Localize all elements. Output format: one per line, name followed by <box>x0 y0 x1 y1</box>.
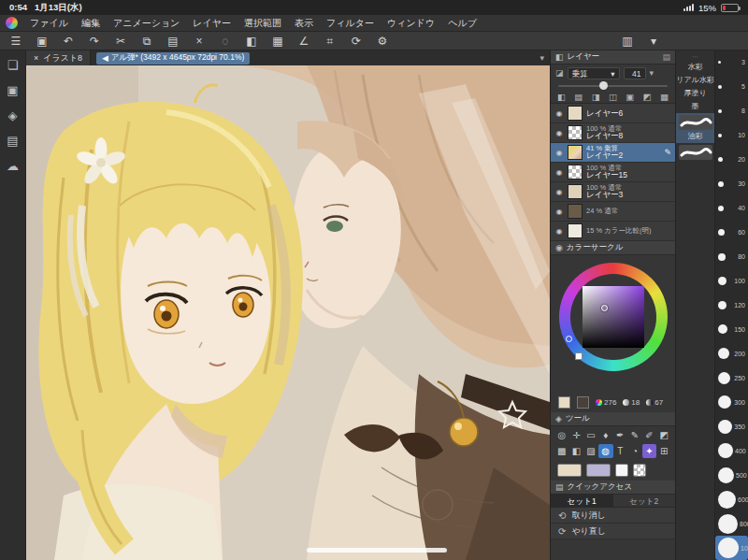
layer-row[interactable]: ◉レイヤー6 <box>551 104 675 123</box>
palette-toggle-icon[interactable]: ▥ <box>619 33 636 50</box>
quick-access-tab[interactable]: セット2 <box>613 495 676 507</box>
delete-layer-icon[interactable]: ▦ <box>660 92 669 102</box>
brush-size-item[interactable]: 3 <box>715 50 748 75</box>
settings-icon[interactable]: ⚙ <box>374 33 391 50</box>
sv-marker[interactable] <box>601 305 608 311</box>
brush-size-item[interactable]: 250 <box>715 366 748 390</box>
deselect-icon[interactable]: ◌ <box>217 33 234 50</box>
brush-size-item[interactable]: 40 <box>715 196 748 221</box>
transparent-swatch[interactable] <box>633 464 646 477</box>
opacity-slider[interactable] <box>558 81 668 90</box>
cloud-icon[interactable]: ☁ <box>7 159 19 173</box>
layer-row[interactable]: ◉100 % 通常レイヤー8 <box>551 123 675 143</box>
layer-row[interactable]: ◉41 % 乗算レイヤー2✎ <box>551 143 675 163</box>
brush-size-item[interactable]: 20 <box>715 148 748 172</box>
cut-icon[interactable]: ✂ <box>112 33 129 50</box>
color-wheel[interactable] <box>551 255 675 392</box>
subtool-item[interactable] <box>676 143 714 162</box>
merge-icon[interactable]: ◩ <box>643 92 652 102</box>
panel-menu-icon[interactable]: ▤ <box>662 52 670 62</box>
menu-item[interactable]: フィルター <box>320 15 381 32</box>
quick-access-item[interactable]: ⟳やり直し <box>551 524 675 539</box>
hue-marker[interactable] <box>566 336 572 342</box>
subtool-item[interactable]: 厚塗り <box>676 87 714 100</box>
brush-size-item[interactable]: 120 <box>715 294 748 318</box>
menu-item[interactable]: 表示 <box>288 15 320 32</box>
brush-tool[interactable]: ✐ <box>642 428 657 442</box>
fill-icon[interactable]: ◧ <box>243 33 260 50</box>
visibility-eye-icon[interactable]: ◉ <box>554 208 564 216</box>
quick-access-item[interactable]: ⟲取り消し <box>551 508 675 524</box>
menu-item[interactable]: 選択範囲 <box>237 15 288 32</box>
new-layer-icon[interactable]: ◧ <box>557 92 566 102</box>
subtool-item[interactable]: リアル水彩 <box>676 74 714 87</box>
move-tool[interactable]: ✛ <box>569 428 584 442</box>
material-icon[interactable]: ◈ <box>8 108 18 122</box>
brush-size-item[interactable]: 5 <box>715 75 748 99</box>
close-tab-icon[interactable]: × <box>34 53 38 63</box>
visibility-eye-icon[interactable]: ◉ <box>554 129 564 137</box>
brush-size-item[interactable]: 800 <box>715 511 748 536</box>
layer-row[interactable]: ◉15 % カラー比較(明) <box>551 222 675 241</box>
brush-size-item[interactable]: 350 <box>715 414 748 438</box>
canvas[interactable] <box>26 65 550 560</box>
workspace-icon[interactable]: ▾ <box>645 33 662 50</box>
brush-size-item[interactable]: 300 <box>715 390 748 414</box>
layer-row[interactable]: ◉100 % 通常レイヤー3 <box>551 182 675 202</box>
undo-icon[interactable]: ↶ <box>60 33 77 50</box>
new-folder-icon[interactable]: ▤ <box>574 92 583 102</box>
brush-size-item[interactable]: 80 <box>715 245 748 269</box>
document-info-chip[interactable]: ◀ アル弾* (3492 x 4645px 72dpi 70.1%) <box>96 52 250 65</box>
balloon-tool[interactable]: ⊞ <box>656 444 671 458</box>
snap-icon[interactable]: ⌗ <box>322 33 338 50</box>
sub-color-swatch[interactable] <box>577 396 589 409</box>
menu-item[interactable]: ウィンドウ <box>381 15 441 32</box>
menu-item[interactable]: アニメーション <box>107 15 186 32</box>
menu-item[interactable]: 編集 <box>75 15 107 32</box>
workspace-icon[interactable]: ❏ <box>7 58 19 72</box>
clip-studio-logo-icon[interactable] <box>6 17 18 29</box>
mask-icon[interactable]: ◫ <box>609 92 617 102</box>
brush-size-item[interactable]: 10 <box>715 123 748 148</box>
menu-item[interactable]: レイヤー <box>186 15 237 32</box>
zoom-tool[interactable]: ◎ <box>554 428 569 442</box>
clip-icon[interactable]: ◨ <box>592 92 600 102</box>
quick-access-tab[interactable]: セット1 <box>551 495 613 507</box>
main-color-swatch[interactable] <box>557 464 582 477</box>
decoration-tool[interactable]: ✦ <box>642 444 657 458</box>
brush-size-item[interactable]: 200 <box>715 341 748 366</box>
grid-icon[interactable]: ▦ <box>269 33 286 50</box>
fill-tool[interactable]: ◧ <box>569 444 584 458</box>
frame-tool[interactable]: ◔ <box>627 444 642 458</box>
main-color-swatch[interactable] <box>558 396 570 409</box>
chevron-down-icon[interactable]: ▾ <box>539 53 550 63</box>
visibility-eye-icon[interactable]: ◉ <box>554 227 564 236</box>
saturation-value-square[interactable] <box>583 286 644 348</box>
eraser-tool[interactable]: ◩ <box>656 428 671 442</box>
layer-opacity-input[interactable]: 41 <box>624 67 646 79</box>
visibility-eye-icon[interactable]: ◉ <box>554 188 564 196</box>
ruler-icon[interactable]: ∠ <box>295 33 312 50</box>
white-swatch[interactable] <box>615 464 628 477</box>
text-tool[interactable]: T <box>613 444 628 458</box>
pen-tool[interactable]: ✒ <box>613 428 628 442</box>
subtool-item[interactable]: 油彩 <box>676 113 714 143</box>
brush-size-item[interactable]: 100 <box>715 269 748 294</box>
selection-tool[interactable]: ▭ <box>583 428 598 442</box>
sub-color-swatch[interactable] <box>586 464 611 477</box>
layer-row[interactable]: ◉24 % 通常 <box>551 202 675 222</box>
brush-size-item[interactable]: 600 <box>715 487 748 511</box>
menu-item[interactable]: ヘルプ <box>441 15 483 32</box>
visibility-eye-icon[interactable]: ◉ <box>554 149 564 157</box>
brush-size-item[interactable]: 400 <box>715 438 748 463</box>
menu-item[interactable]: ファイル <box>23 15 75 32</box>
menu-icon[interactable]: ☰ <box>7 33 24 50</box>
redo-icon[interactable]: ↷ <box>86 33 103 50</box>
brush-size-item[interactable]: 500 <box>715 463 748 487</box>
brush-size-item[interactable]: 8 <box>715 99 748 123</box>
brush-size-item[interactable]: 1000 <box>715 536 748 560</box>
book-icon[interactable]: ▤ <box>7 134 18 148</box>
brush-size-item[interactable]: 150 <box>715 317 748 341</box>
eyedropper-tool[interactable]: ♦ <box>598 428 613 442</box>
document-tab[interactable]: × イラスト8 <box>26 50 91 65</box>
